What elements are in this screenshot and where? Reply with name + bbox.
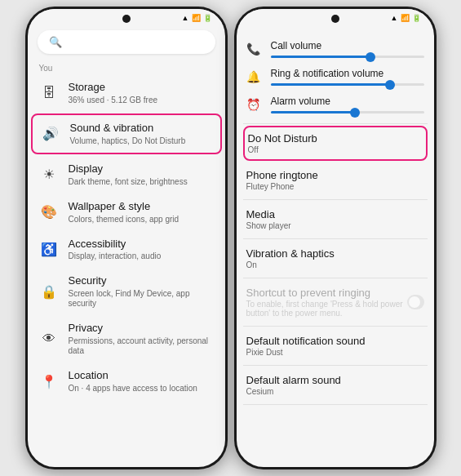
sound-setting-subtitle: To enable, first change 'Press & hold po… <box>246 300 408 318</box>
settings-item[interactable]: 🔊 Sound & vibration Volume, haptics, Do … <box>31 113 222 154</box>
divider <box>243 278 428 278</box>
volume-label: Alarm volume <box>271 96 424 107</box>
slider-thumb[interactable] <box>385 80 395 90</box>
settings-item-title: Privacy <box>69 322 214 336</box>
volume-icon: 📞 <box>246 42 263 56</box>
settings-item-icon: ♿ <box>39 240 59 260</box>
settings-item-title: Display <box>69 162 214 176</box>
sound-setting-title: Media <box>246 208 424 220</box>
settings-item-title: Location <box>69 369 214 383</box>
settings-item-text: Wallpaper & style Colors, themed icons, … <box>69 200 214 225</box>
toggle-knob <box>409 296 420 308</box>
slider-track[interactable] <box>271 83 424 86</box>
volume-content: Alarm volume <box>271 96 424 113</box>
sound-setting-item: Shortcut to prevent ringing To enable, f… <box>243 280 428 324</box>
divider <box>243 123 428 124</box>
sound-setting-title: Vibration & haptics <box>246 247 424 260</box>
toggle-row: Shortcut to prevent ringing To enable, f… <box>246 287 424 318</box>
section-label: You <box>31 60 222 74</box>
volume-icon: 🔔 <box>246 70 263 83</box>
settings-item-title: Security <box>69 274 214 288</box>
divider <box>243 365 428 366</box>
settings-item-text: Display Dark theme, font size, brightnes… <box>69 162 214 187</box>
sound-setting-item[interactable]: Media Show player <box>243 202 428 237</box>
search-icon: 🔍 <box>49 36 62 48</box>
settings-item-text: Storage 36% used · 5.12 GB free <box>69 81 214 105</box>
sound-setting-subtitle: On <box>246 260 424 269</box>
settings-item-icon: 🔊 <box>41 124 60 144</box>
sound-setting-title: Do Not Disturb <box>248 132 423 145</box>
settings-item-icon: 🗄 <box>39 83 59 103</box>
camera-notch <box>122 15 131 23</box>
left-phone: ▲📶🔋 🔍 You 🗄 Storage 36% used · 5.12 GB f… <box>25 7 228 469</box>
slider-thumb[interactable] <box>350 108 360 118</box>
slider-track[interactable] <box>271 56 424 58</box>
settings-item[interactable]: 🗄 Storage 36% used · 5.12 GB free <box>31 74 222 112</box>
sound-setting-item[interactable]: Default alarm sound Cesium <box>243 367 428 403</box>
settings-item-icon: ☀ <box>39 165 59 185</box>
sound-setting-item[interactable]: Do Not Disturb Off <box>243 126 428 161</box>
settings-item[interactable]: 👁 Privacy Permissions, account activity,… <box>31 315 222 363</box>
settings-item-subtitle: Volume, haptics, Do Not Disturb <box>70 136 212 146</box>
sound-list: 📞 Call volume 🔔 Ring & notification volu… <box>237 32 434 467</box>
settings-item-subtitle: 36% used · 5.12 GB free <box>69 96 214 105</box>
top-bar <box>237 24 434 32</box>
settings-item[interactable]: 🎨 Wallpaper & style Colors, themed icons… <box>31 194 222 231</box>
volume-icon: ⏰ <box>246 98 263 111</box>
settings-item-text: Accessibility Display, interaction, audi… <box>69 238 214 262</box>
sound-setting-subtitle: Show player <box>246 221 424 230</box>
settings-item[interactable]: 🔒 Security Screen lock, Find My Device, … <box>31 268 222 315</box>
search-bar[interactable]: 🔍 <box>38 30 215 54</box>
sound-setting-item[interactable]: Vibration & haptics On <box>243 241 428 276</box>
settings-item-subtitle: Colors, themed icons, app grid <box>69 215 214 225</box>
sound-setting-title: Shortcut to prevent ringing <box>246 287 408 299</box>
slider-fill <box>271 111 355 113</box>
settings-item-subtitle: Permissions, account activity, personal … <box>69 336 214 356</box>
volume-item[interactable]: 📞 Call volume <box>243 35 428 63</box>
divider <box>243 199 428 200</box>
settings-item-subtitle: On · 4 apps have access to location <box>69 384 214 394</box>
slider-fill <box>271 56 370 58</box>
settings-item[interactable]: ♿ Accessibility Display, interaction, au… <box>31 231 222 269</box>
settings-item-title: Sound & vibration <box>70 122 212 136</box>
right-status-bar: ▲📶🔋 <box>237 9 434 24</box>
settings-item-title: Storage <box>69 81 214 95</box>
settings-item-title: Accessibility <box>69 238 214 251</box>
left-status-icons: ▲📶🔋 <box>182 14 212 22</box>
divider <box>243 404 428 405</box>
sound-setting-text: Shortcut to prevent ringing To enable, f… <box>246 287 408 318</box>
volume-label: Call volume <box>271 40 424 51</box>
sound-setting-title: Default notification sound <box>246 335 424 347</box>
volume-content: Ring & notification volume <box>271 68 424 86</box>
settings-item[interactable]: 📍 Location On · 4 apps have access to lo… <box>31 363 222 400</box>
settings-list: You 🗄 Storage 36% used · 5.12 GB free 🔊 … <box>28 60 225 467</box>
settings-item-text: Privacy Permissions, account activity, p… <box>69 322 214 356</box>
sound-setting-subtitle: Off <box>248 145 423 154</box>
slider-thumb[interactable] <box>366 52 375 62</box>
settings-item-icon: 📍 <box>39 371 59 391</box>
settings-item-subtitle: Screen lock, Find My Device, app securit… <box>69 289 214 309</box>
settings-item-text: Location On · 4 apps have access to loca… <box>69 369 214 394</box>
settings-item[interactable]: ☀ Display Dark theme, font size, brightn… <box>31 156 222 194</box>
settings-item-text: Sound & vibration Volume, haptics, Do No… <box>70 122 212 146</box>
settings-item-title: Wallpaper & style <box>69 200 214 214</box>
settings-item-subtitle: Dark theme, font size, brightness <box>69 177 214 187</box>
divider <box>243 238 428 239</box>
divider <box>243 326 428 327</box>
volume-item[interactable]: ⏰ Alarm volume <box>243 91 428 118</box>
slider-fill <box>271 83 391 86</box>
sound-setting-subtitle: Flutey Phone <box>246 182 424 191</box>
volume-item[interactable]: 🔔 Ring & notification volume <box>243 63 428 91</box>
settings-item-subtitle: Display, interaction, audio <box>69 251 214 261</box>
right-phone: ▲📶🔋 📞 Call volume 🔔 Ring & notification … <box>234 7 437 469</box>
slider-track[interactable] <box>271 111 424 113</box>
right-camera-notch <box>331 15 339 23</box>
left-status-bar: ▲📶🔋 <box>28 9 225 24</box>
volume-label: Ring & notification volume <box>271 68 424 79</box>
sound-setting-item[interactable]: Default notification sound Pixie Dust <box>243 328 428 363</box>
sound-setting-subtitle: Pixie Dust <box>246 348 424 357</box>
sound-setting-item[interactable]: Phone ringtone Flutey Phone <box>243 162 428 198</box>
sound-setting-title: Phone ringtone <box>246 169 424 181</box>
settings-item-text: Security Screen lock, Find My Device, ap… <box>69 274 214 309</box>
volume-content: Call volume <box>271 40 424 58</box>
